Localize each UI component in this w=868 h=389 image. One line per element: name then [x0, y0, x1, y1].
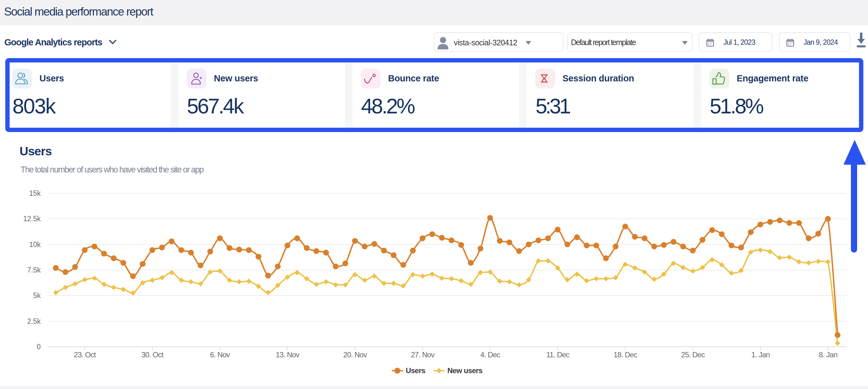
svg-text:7.5k: 7.5k — [27, 266, 41, 274]
svg-text:11. Dec: 11. Dec — [547, 351, 570, 359]
svg-text:23. Oct: 23. Oct — [74, 351, 96, 359]
svg-text:New users: New users — [447, 366, 483, 375]
svg-text:5k: 5k — [33, 291, 41, 300]
svg-text:27. Nov: 27. Nov — [411, 351, 435, 359]
svg-text:25. Dec: 25. Dec — [681, 351, 705, 359]
svg-text:0: 0 — [37, 343, 41, 351]
svg-text:4. Dec: 4. Dec — [480, 351, 500, 359]
svg-text:8. Jan: 8. Jan — [819, 351, 837, 359]
svg-text:20. Nov: 20. Nov — [343, 351, 367, 359]
svg-text:13. Nov: 13. Nov — [276, 351, 300, 359]
svg-text:Users: Users — [406, 366, 425, 375]
svg-text:2.5k: 2.5k — [27, 317, 41, 325]
svg-text:15k: 15k — [29, 189, 41, 197]
svg-text:1. Jan: 1. Jan — [751, 351, 770, 359]
svg-text:10k: 10k — [29, 241, 41, 249]
svg-text:6. Nov: 6. Nov — [210, 351, 230, 359]
svg-text:12.5k: 12.5k — [23, 215, 41, 223]
svg-text:30. Oct: 30. Oct — [142, 351, 164, 359]
svg-text:18. Dec: 18. Dec — [614, 351, 637, 359]
